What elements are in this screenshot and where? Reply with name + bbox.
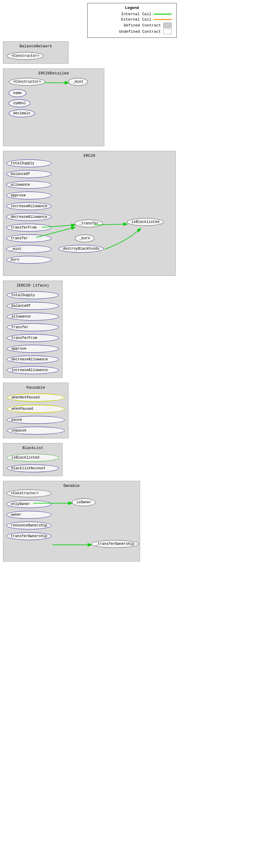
node-erc20-isblacklisted[interactable]: isBlacklisted — [127, 218, 164, 226]
node-ierc20-totalsupply[interactable]: totalSupply — [7, 291, 59, 299]
node-erc20-isblacklisted-wrap: isBlacklisted — [127, 218, 164, 226]
node-ierc20-increaseallowance[interactable]: increaseAllowance — [7, 366, 59, 374]
node-erc20-_burn-wrap: _burn — [75, 235, 95, 242]
legend-external-line — [154, 19, 171, 20]
node-erc20-approve[interactable]: approve — [6, 192, 52, 199]
node-ierc20-balanceof[interactable]: balanceOf — [7, 302, 59, 310]
node-erc20d-decimals[interactable]: decimals — [9, 110, 35, 117]
legend-item-defined: Defined Contract — [93, 23, 171, 28]
node-erc20-decreaseallowance[interactable]: decreaseAllowance — [6, 213, 52, 221]
legend-item-internal: Internal Call — [93, 12, 171, 17]
node-bl-isblacklisted[interactable]: isBlacklisted — [7, 454, 59, 462]
node-ierc20-allowance[interactable]: allowance — [7, 313, 59, 320]
legend-internal-line — [154, 14, 171, 14]
node-erc20-burn[interactable]: burn — [6, 256, 52, 264]
contract-blacklist: BlackList isBlacklisted blacklistAccount — [3, 443, 62, 476]
node-erc20d-decimals-wrap: decimals — [9, 110, 35, 117]
erc20-left-nodes: totalSupply balanceOf allowance approve … — [6, 159, 52, 264]
node-pausable-pause[interactable]: pause — [7, 416, 65, 424]
node-erc20-allowance[interactable]: allowance — [6, 181, 52, 189]
node-erc20-transferfrom[interactable]: transferFrom — [6, 224, 52, 231]
node-pausable-whennotpaused[interactable]: whenNotPaused — [7, 393, 65, 402]
node-ierc20-approve[interactable]: approve — [7, 345, 59, 352]
legend-title: Legend — [93, 6, 171, 10]
node-ierc20-transferfrom[interactable]: transferFrom — [7, 334, 59, 342]
contract-erc20detailed: ERC20Detailed <Constructor> _mint — [3, 68, 104, 146]
node-erc20-mint[interactable]: _mint — [6, 245, 52, 253]
node-erc20-_burn[interactable]: _burn — [75, 235, 95, 242]
node-ownable-renounceownership[interactable]: renounceOwnership — [6, 522, 52, 529]
node-ownable-isowner-wrap: isOwner — [72, 498, 96, 506]
contract-ierc20: IERC20 (iface) totalSupply balanceOf all… — [3, 281, 62, 378]
erc20d-arrow-svg — [6, 78, 107, 90]
contract-blacklist-title: BlackList — [6, 446, 60, 450]
contract-balancenetwork: BalanceNetwork <Constructor> — [3, 41, 69, 64]
legend-box: Legend Internal Call External Call Defin… — [87, 3, 177, 38]
node-erc20-destroyblackfunds[interactable]: destroyBlackFunds — [58, 245, 104, 253]
node-ownable-owner[interactable]: owner — [6, 511, 52, 519]
node-erc20d-symbol[interactable]: symbol — [9, 99, 30, 107]
legend-item-undefined: Undefined Contract — [93, 29, 171, 34]
legend-undefined-label: Undefined Contract — [93, 29, 163, 34]
node-bl-blacklistaccount[interactable]: blacklistAccount — [7, 465, 59, 472]
legend-internal-label: Internal Call — [93, 12, 154, 17]
node-ierc20-decreaseallowance[interactable]: decreaseAllowance — [7, 355, 59, 363]
node-ownable-onlyowner[interactable]: onlyOwner — [6, 500, 52, 508]
pausable-nodes: whenNotPaused whenPaused pause unpause — [6, 392, 66, 436]
contract-ownable: Ownable <Constructor> onlyOwner owner re… — [3, 481, 140, 561]
node-bn-constructor[interactable]: <Constructor> — [7, 52, 44, 60]
node-erc20-balanceof[interactable]: balanceOf — [6, 170, 52, 178]
contract-balancenetwork-title: BalanceNetwork — [6, 44, 66, 49]
blacklist-nodes: isBlacklisted blacklistAccount — [6, 453, 60, 473]
node-erc20-increaseallowance[interactable]: increaseAllowance — [6, 203, 52, 210]
node-erc20d-symbol-wrap: symbol — [9, 99, 30, 107]
node-erc20d-name[interactable]: name — [9, 89, 26, 97]
node-ownable-constructor[interactable]: <Constructor> — [6, 490, 52, 497]
node-erc20-totalsupply[interactable]: totalSupply — [6, 159, 52, 167]
node-erc20-_transfer[interactable]: _transfer — [75, 220, 103, 227]
legend-defined-box — [163, 23, 171, 28]
node-erc20d-name-wrap: name — [9, 89, 26, 97]
ierc20-nodes: totalSupply balanceOf allowance transfer… — [6, 290, 60, 375]
legend-defined-label: Defined Contract — [93, 23, 163, 28]
contract-erc20: ERC20 totalSupply balanceOf allowance ap… — [3, 151, 176, 276]
node-erc20-transfer[interactable]: transfer — [6, 235, 52, 242]
legend-undefined-box — [163, 29, 171, 34]
node-erc20-_transfer-wrap: _transfer — [75, 220, 103, 227]
contract-pausable: Pausable whenNotPaused whenPaused pause … — [3, 383, 69, 438]
node-ierc20-transfer[interactable]: transfer — [7, 323, 59, 331]
node-erc20-destroyblackfunds-wrap: destroyBlackFunds — [58, 245, 104, 253]
legend-external-label: External Call — [93, 17, 154, 22]
balancenetwork-inner: <Constructor> — [6, 51, 66, 61]
legend-item-external: External Call — [93, 17, 171, 22]
contract-erc20detailed-title: ERC20Detailed — [6, 71, 102, 75]
contract-ownable-title: Ownable — [6, 484, 137, 488]
node-pausable-whenpaused[interactable]: whenPaused — [7, 405, 65, 413]
contract-pausable-title: Pausable — [6, 385, 66, 390]
contract-ierc20-title: IERC20 (iface) — [6, 283, 60, 288]
node-ownable-_transferownership[interactable]: _transferOwnership — [91, 540, 139, 548]
node-ownable-_transferownership-wrap: _transferOwnership — [91, 540, 139, 548]
contract-erc20-title: ERC20 — [6, 154, 173, 158]
node-pausable-unpause[interactable]: unpause — [7, 427, 65, 434]
node-ownable-transferownership[interactable]: transferOwnership — [6, 532, 52, 540]
page-container: Legend Internal Call External Call Defin… — [0, 0, 264, 566]
node-ownable-isowner[interactable]: isOwner — [72, 498, 96, 506]
ownable-left-nodes: <Constructor> onlyOwner owner renounceOw… — [6, 490, 52, 540]
